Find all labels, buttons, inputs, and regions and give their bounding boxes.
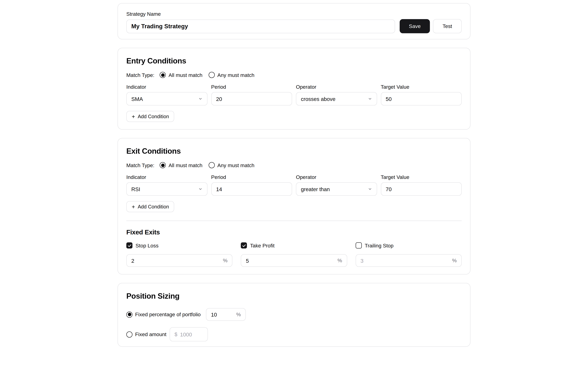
entry-match-any-label: Any must match — [217, 72, 254, 78]
chevron-down-icon — [368, 97, 372, 101]
exit-target-label: Target Value — [381, 175, 462, 180]
entry-operator-label: Operator — [296, 84, 377, 90]
fixed-percentage-field: % — [206, 308, 246, 321]
stop-loss-field: % — [126, 254, 233, 267]
plus-icon: + — [132, 204, 135, 210]
percent-suffix: % — [236, 312, 241, 317]
radio-selected-icon[interactable] — [126, 311, 132, 317]
exit-indicator-label: Indicator — [126, 175, 207, 180]
entry-period-column: Period — [211, 84, 292, 106]
entry-condition-row: Indicator SMA Period Operator — [126, 84, 462, 106]
exit-period-input[interactable] — [216, 186, 287, 192]
exit-period-label: Period — [211, 175, 292, 180]
fixed-percentage-input[interactable] — [211, 311, 233, 317]
checkbox-checked-icon[interactable] — [241, 242, 247, 249]
dollar-prefix: $ — [174, 332, 177, 337]
entry-conditions-card: Entry Conditions Match Type: All must ma… — [118, 48, 471, 130]
exit-condition-row: Indicator RSI Period Operator — [126, 175, 462, 196]
entry-target-label: Target Value — [381, 84, 462, 90]
exit-match-type-label: Match Type: — [126, 162, 154, 168]
entry-period-field — [211, 92, 292, 106]
fixed-percentage-label: Fixed percentage of portfolio — [135, 312, 201, 317]
entry-target-field — [381, 92, 462, 106]
exit-match-type-row: Match Type: All must match Any must matc… — [126, 162, 462, 168]
percent-suffix: % — [223, 258, 227, 263]
entry-indicator-label: Indicator — [126, 84, 207, 90]
exit-indicator-value: RSI — [131, 186, 140, 192]
position-sizing-title: Position Sizing — [126, 291, 462, 300]
exit-period-field — [211, 183, 292, 196]
trailing-stop-checkbox-row[interactable]: Trailing Stop — [355, 242, 462, 249]
entry-target-input[interactable] — [386, 96, 457, 102]
fixed-amount-input[interactable] — [180, 331, 203, 337]
fixed-exits-checkbox-row: Stop Loss Take Profit Trailing Stop — [126, 242, 462, 249]
exit-match-any-option[interactable]: Any must match — [208, 162, 254, 168]
exit-operator-value: greater than — [301, 186, 330, 192]
chevron-down-icon — [198, 97, 202, 101]
exit-target-input[interactable] — [386, 186, 457, 192]
test-button[interactable]: Test — [433, 19, 462, 33]
fixed-exits-title: Fixed Exits — [126, 229, 462, 236]
exit-match-all-option[interactable]: All must match — [160, 162, 202, 168]
percent-suffix: % — [337, 258, 342, 263]
take-profit-field: % — [241, 254, 347, 267]
strategy-name-input[interactable] — [126, 19, 395, 33]
checkbox-unchecked-icon[interactable] — [355, 242, 362, 249]
entry-match-any-option[interactable]: Any must match — [208, 72, 254, 78]
entry-operator-select[interactable]: crosses above — [296, 92, 377, 106]
entry-indicator-select[interactable]: SMA — [126, 92, 207, 106]
entry-match-all-label: All must match — [169, 72, 202, 78]
radio-unselected-icon[interactable] — [126, 331, 132, 337]
entry-match-all-option[interactable]: All must match — [160, 72, 202, 78]
radio-unselected-icon[interactable] — [208, 162, 215, 168]
fixed-percentage-option[interactable]: Fixed percentage of portfolio — [126, 311, 201, 317]
exit-add-condition-button[interactable]: + Add Condition — [126, 201, 174, 212]
exit-target-column: Target Value — [381, 175, 462, 196]
exit-add-condition-label: Add Condition — [138, 204, 169, 210]
entry-indicator-value: SMA — [131, 96, 143, 102]
exit-target-field — [381, 183, 462, 196]
exit-operator-column: Operator greater than — [296, 175, 377, 196]
trailing-stop-field: % — [355, 254, 462, 267]
radio-unselected-icon[interactable] — [208, 72, 215, 78]
section-divider — [126, 221, 462, 221]
exit-match-all-label: All must match — [169, 162, 202, 168]
stop-loss-label: Stop Loss — [136, 242, 158, 248]
strategy-name-row: Save Test — [126, 19, 462, 33]
position-sizing-card: Position Sizing Fixed percentage of port… — [118, 283, 471, 347]
radio-selected-icon[interactable] — [160, 162, 166, 168]
exit-conditions-card: Exit Conditions Match Type: All must mat… — [118, 138, 471, 275]
strategy-name-card: Strategy Name Save Test — [118, 3, 471, 40]
radio-selected-icon[interactable] — [160, 72, 166, 78]
entry-operator-value: crosses above — [301, 96, 336, 102]
checkbox-checked-icon[interactable] — [126, 242, 132, 249]
stop-loss-input[interactable] — [131, 258, 220, 264]
take-profit-checkbox-row[interactable]: Take Profit — [241, 242, 347, 249]
exit-match-any-label: Any must match — [217, 162, 254, 168]
trailing-stop-input[interactable] — [361, 258, 449, 264]
take-profit-input[interactable] — [246, 258, 334, 264]
exit-operator-select[interactable]: greater than — [296, 183, 377, 196]
entry-period-input[interactable] — [216, 96, 287, 102]
entry-match-type-label: Match Type: — [126, 72, 154, 78]
fixed-exits-input-row: % % % — [126, 249, 462, 267]
entry-conditions-title: Entry Conditions — [126, 56, 462, 66]
entry-add-condition-label: Add Condition — [138, 114, 169, 119]
entry-period-label: Period — [211, 84, 292, 90]
exit-indicator-column: Indicator RSI — [126, 175, 207, 196]
exit-period-column: Period — [211, 175, 292, 196]
stop-loss-checkbox-row[interactable]: Stop Loss — [126, 242, 233, 249]
exit-conditions-title: Exit Conditions — [126, 147, 462, 156]
entry-indicator-column: Indicator SMA — [126, 84, 207, 106]
save-button[interactable]: Save — [400, 19, 430, 33]
strategy-builder-page: Strategy Name Save Test Entry Conditions… — [0, 3, 588, 367]
fixed-amount-field: $ — [170, 327, 208, 342]
entry-add-condition-button[interactable]: + Add Condition — [126, 111, 174, 122]
strategy-name-label: Strategy Name — [126, 11, 462, 17]
fixed-amount-option[interactable]: Fixed amount — [126, 331, 166, 337]
entry-target-column: Target Value — [381, 84, 462, 106]
percent-suffix: % — [452, 258, 457, 263]
fixed-amount-row: Fixed amount $ — [126, 327, 462, 342]
exit-indicator-select[interactable]: RSI — [126, 183, 207, 196]
exit-operator-label: Operator — [296, 175, 377, 180]
